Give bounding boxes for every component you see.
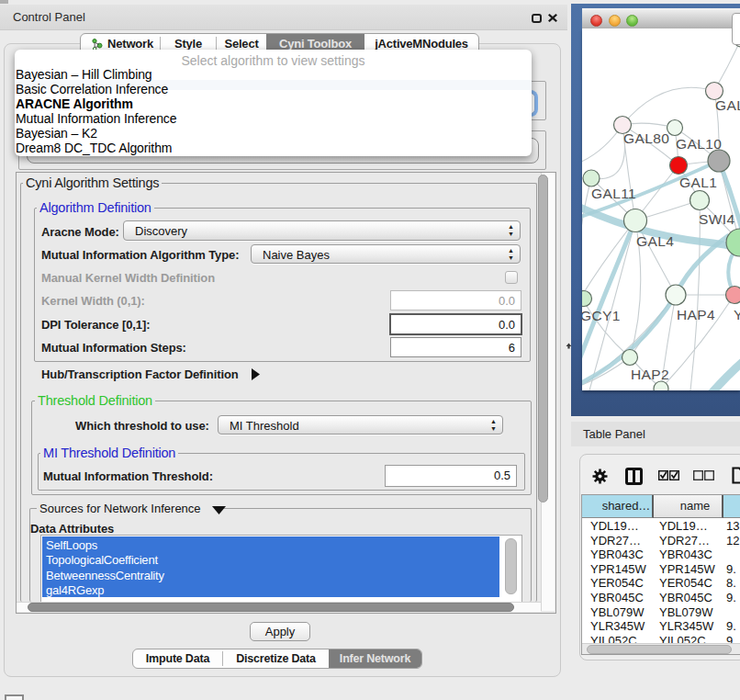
svg-text:GAL11: GAL11 (591, 186, 636, 201)
svg-text:GAL80: GAL80 (623, 130, 669, 146)
svg-text:Y: Y (734, 307, 740, 322)
svg-text:GAL4: GAL4 (636, 233, 674, 249)
svg-text:GAL10: GAL10 (676, 136, 722, 152)
svg-text:GCY1: GCY1 (582, 308, 621, 323)
svg-text:HAP4: HAP4 (677, 307, 715, 322)
svg-text:SWI4: SWI4 (699, 211, 735, 227)
svg-text:HAP2: HAP2 (631, 367, 669, 382)
svg-text:GAL7: GAL7 (715, 97, 740, 113)
svg-text:GAL1: GAL1 (679, 175, 717, 190)
